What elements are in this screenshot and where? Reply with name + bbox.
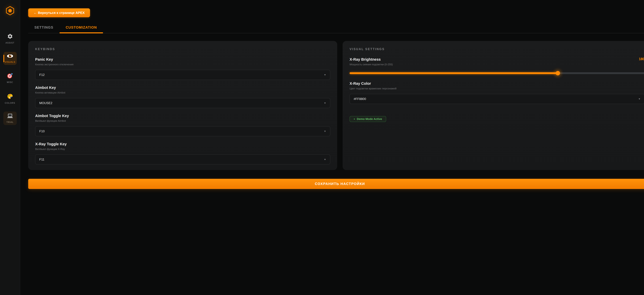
visual-settings-panel-title: VISUAL SETTINGS <box>350 48 644 51</box>
panic-key-field: Panic Key Кнопка экстренного отключения … <box>35 57 330 80</box>
gear-icon <box>7 33 13 40</box>
chevron-down-icon: ▼ <box>324 74 326 76</box>
field-label: Aimbot Toggle Key <box>35 114 330 118</box>
palette-icon <box>7 93 13 100</box>
field-label: X-Ray Toggle Key <box>35 142 330 146</box>
sidebar-item-label: ASSIST <box>6 42 14 44</box>
field-label: Aimbot Key <box>35 85 330 90</box>
xray-brightness-field: X-Ray Brightness Мощность сияния подсвет… <box>350 57 644 74</box>
xray-brightness-value: 180 <box>639 57 644 61</box>
field-description: Кнопка экстренного отключения <box>35 63 330 66</box>
sidebar-item-label: COLORS <box>5 102 15 104</box>
chevron-down-icon: ▼ <box>638 98 640 100</box>
visual-settings-panel: VISUAL SETTINGS X-Ray Brightness Мощност… <box>342 41 644 170</box>
field-description: Мощность сияния подсветки (0-255) <box>350 63 393 66</box>
selected-value: F10 <box>39 130 44 133</box>
panic-key-select[interactable]: F12 ▼ <box>35 70 330 80</box>
sidebar-item-visuals[interactable]: VISUALS <box>3 52 17 65</box>
field-label: X-Ray Brightness <box>350 57 393 62</box>
laptop-icon <box>7 113 13 119</box>
keybinds-panel: KEYBINDS Panic Key Кнопка экстренного от… <box>28 41 337 170</box>
xray-brightness-slider[interactable] <box>350 72 644 74</box>
aimbot-toggle-key-field: Aimbot Toggle Key Вкл/выкл функции Aimbo… <box>35 114 330 136</box>
tab-customization[interactable]: CUSTOMIZATION <box>60 26 103 33</box>
panels-row: KEYBINDS Panic Key Кнопка экстренного от… <box>28 41 644 170</box>
save-settings-button[interactable]: СОХРАНИТЬ НАСТРОЙКИ <box>28 179 644 189</box>
keybinds-panel-title: KEYBINDS <box>35 48 330 51</box>
xray-toggle-key-select[interactable]: F11 ▼ <box>35 154 330 164</box>
selected-value: #FF8800 <box>354 97 366 101</box>
xray-toggle-key-field: X-Ray Toggle Key Вкл/выкл функции X-Ray … <box>35 142 330 164</box>
chevron-down-icon: ▼ <box>324 158 326 161</box>
aimbot-toggle-key-select[interactable]: F10 ▼ <box>35 126 330 136</box>
tab-settings[interactable]: SETTINGS <box>28 26 60 33</box>
sidebar-item-colors[interactable]: COLORS <box>3 92 17 106</box>
sidebar-item-label: TRIAL <box>6 121 14 124</box>
xray-brightness-thumb[interactable] <box>556 71 560 75</box>
selected-value: F11 <box>39 158 44 161</box>
main-content: ← Вернуться к странице APEX SETTINGS CUS… <box>20 0 644 189</box>
sidebar-item-label: MISC <box>7 81 13 84</box>
field-description: Цвет подсветки вражеских персонажей <box>350 87 644 90</box>
sidebar-item-assist[interactable]: ASSIST <box>3 32 17 46</box>
field-label: X-Ray Color <box>350 81 644 86</box>
selected-value: F12 <box>39 73 44 77</box>
selected-value: MOUSE2 <box>39 101 52 105</box>
aimbot-key-select[interactable]: MOUSE2 ▼ <box>35 98 330 108</box>
xray-brightness-fill <box>350 72 558 74</box>
sidebar-item-trial[interactable]: TRIAL <box>3 112 17 125</box>
sidebar-nav: ASSIST VISUALS <box>3 32 17 125</box>
chevron-down-icon: ▼ <box>324 130 326 133</box>
eye-icon <box>6 54 14 59</box>
status-dot-icon: ● <box>354 118 355 120</box>
sidebar: ASSIST VISUALS <box>0 0 20 295</box>
demo-mode-badge-label: Demo Mode Active <box>357 117 382 121</box>
sidebar-item-label: VISUALS <box>5 61 15 64</box>
field-description: Вкл/выкл функции X-Ray <box>35 148 330 151</box>
xray-color-select[interactable]: #FF8800 ▼ <box>350 94 644 104</box>
aimbot-key-field: Aimbot Key Кнопка активации Aimbot MOUSE… <box>35 85 330 108</box>
chevron-down-icon: ▼ <box>324 102 326 104</box>
app-window: ASSIST VISUALS <box>0 0 644 295</box>
target-icon <box>7 72 13 79</box>
xray-color-field: X-Ray Color Цвет подсветки вражеских пер… <box>350 81 644 104</box>
back-to-apex-button[interactable]: ← Вернуться к странице APEX <box>28 8 90 17</box>
app-logo-icon <box>6 6 14 16</box>
tab-bar: SETTINGS CUSTOMIZATION <box>28 26 644 33</box>
field-label: Panic Key <box>35 57 330 62</box>
sidebar-item-misc[interactable]: MISC <box>3 71 17 85</box>
field-description: Кнопка активации Aimbot <box>35 91 330 94</box>
field-description: Вкл/выкл функции Aimbot <box>35 119 330 122</box>
demo-mode-badge: ● Demo Mode Active <box>350 116 386 122</box>
